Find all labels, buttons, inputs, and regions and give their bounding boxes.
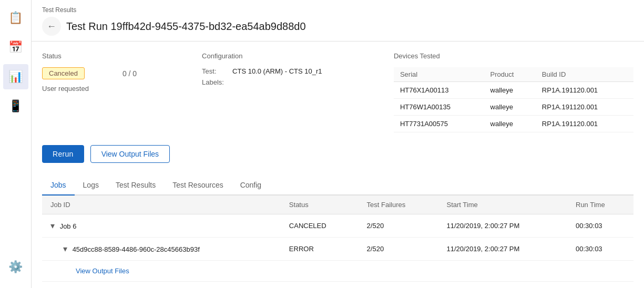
config-row-labels: Labels: xyxy=(202,78,394,86)
table-row: HT76X1A00113 walleye RP1A.191120.001 xyxy=(394,82,633,99)
content-area: Status Canceled User requested 0 / 0 Con… xyxy=(32,42,644,288)
col-start-time: Start Time xyxy=(438,196,567,214)
sub-job-id-label: 45d9cc88-8589-4486-960c-28c45663b93f xyxy=(73,245,200,253)
devices-table-header: Serial Product Build ID xyxy=(394,67,633,82)
config-title: Configuration xyxy=(202,52,394,60)
device-build-id: RP1A.191120.001 xyxy=(536,116,633,132)
chevron-down-icon[interactable]: ▾ xyxy=(50,221,55,231)
job-start-cell: 11/20/2019, 2:00:27 PM xyxy=(438,214,567,238)
sub-job-start-cell: 11/20/2019, 2:00:27 PM xyxy=(438,238,567,261)
header: Test Results ← Test Run 19ffb42d-9455-43… xyxy=(32,0,644,42)
sidebar: 📋 📅 📊 📱 ⚙️ xyxy=(0,0,32,288)
title-row: ← Test Run 19ffb42d-9455-4375-bd32-ea54a… xyxy=(42,17,633,36)
config-value-test: CTS 10.0 (ARM) - CTS 10_r1 xyxy=(232,67,322,75)
job-status-cell: CANCELED xyxy=(281,214,359,238)
breadcrumb: Test Results xyxy=(42,6,633,14)
job-id-label: Job 6 xyxy=(60,222,77,230)
calendar-icon: 📅 xyxy=(8,40,23,54)
view-output-cell: View Output Files xyxy=(42,261,633,282)
config-block: Configuration Test: CTS 10.0 (ARM) - CTS… xyxy=(202,52,394,132)
actions-row: Rerun View Output Files xyxy=(42,145,633,163)
rerun-button[interactable]: Rerun xyxy=(42,145,84,163)
progress-text: 0 / 0 xyxy=(122,67,137,78)
job-id-cell: ▾ Job 6 xyxy=(42,214,281,238)
col-build-id: Build ID xyxy=(536,67,633,82)
device-build-id: RP1A.191120.001 xyxy=(536,99,633,116)
view-output-link[interactable]: View Output Files xyxy=(76,267,129,275)
back-button[interactable]: ← xyxy=(42,17,61,36)
tab-jobs[interactable]: Jobs xyxy=(42,176,75,196)
device-serial: HT76X1A00113 xyxy=(394,82,484,99)
sub-job-id-cell: ▾ 45d9cc88-8589-4486-960c-28c45663b93f xyxy=(42,238,281,261)
config-label-labels: Labels: xyxy=(202,78,228,86)
status-title: Status xyxy=(42,52,202,60)
status-badge: Canceled xyxy=(42,67,85,79)
sidebar-item-chart[interactable]: 📊 xyxy=(3,64,28,89)
sidebar-item-settings[interactable]: ⚙️ xyxy=(3,254,28,280)
status-block: Status Canceled User requested 0 / 0 xyxy=(42,52,202,132)
col-test-failures: Test Failures xyxy=(359,196,438,214)
page-title: Test Run 19ffb42d-9455-4375-bd32-ea54ab9… xyxy=(66,20,306,33)
clipboard-icon: 📋 xyxy=(8,11,23,25)
status-sub-label: User requested xyxy=(42,85,89,92)
info-section: Status Canceled User requested 0 / 0 Con… xyxy=(42,52,633,132)
table-row: ▾ Job 6 CANCELED 2/520 11/20/2019, 2:00:… xyxy=(42,214,633,238)
device-product: walleye xyxy=(484,99,536,116)
tab-logs[interactable]: Logs xyxy=(75,176,107,196)
col-run-time: Run Time xyxy=(567,196,633,214)
status-row: Canceled User requested 0 / 0 xyxy=(42,67,202,92)
sub-job-status-cell: ERROR xyxy=(281,238,359,261)
config-label-test: Test: xyxy=(202,67,228,75)
view-output-button[interactable]: View Output Files xyxy=(90,145,170,163)
sidebar-item-calendar[interactable]: 📅 xyxy=(3,35,28,60)
col-serial: Serial xyxy=(394,67,484,82)
job-failures-cell: 2/520 xyxy=(359,214,438,238)
devices-table: Serial Product Build ID HT76X1A00113 wal… xyxy=(394,67,633,132)
job-runtime-cell: 00:30:03 xyxy=(567,214,633,238)
devices-title: Devices Tested xyxy=(394,52,633,60)
table-row: HT76W1A00135 walleye RP1A.191120.001 xyxy=(394,99,633,116)
main-content: Test Results ← Test Run 19ffb42d-9455-43… xyxy=(32,0,644,288)
tabs: Jobs Logs Test Results Test Resources Co… xyxy=(42,176,633,196)
sidebar-item-clipboard[interactable]: 📋 xyxy=(3,5,28,30)
table-row: ▾ 45d9cc88-8589-4486-960c-28c45663b93f E… xyxy=(42,238,633,261)
table-row: View Output Files xyxy=(42,261,633,282)
chevron-down-icon[interactable]: ▾ xyxy=(63,244,67,254)
tab-test-results[interactable]: Test Results xyxy=(107,176,164,196)
tab-test-resources[interactable]: Test Resources xyxy=(164,176,231,196)
sub-job-failures-cell: 2/520 xyxy=(359,238,438,261)
sidebar-item-phone[interactable]: 📱 xyxy=(3,94,28,119)
tab-config[interactable]: Config xyxy=(232,176,270,196)
col-status: Status xyxy=(281,196,359,214)
device-product: walleye xyxy=(484,82,536,99)
col-job-id: Job ID xyxy=(42,196,281,214)
settings-icon: ⚙️ xyxy=(8,260,23,274)
jobs-table-header: Job ID Status Test Failures Start Time R… xyxy=(42,196,633,214)
device-serial: HT76W1A00135 xyxy=(394,99,484,116)
sub-job-runtime-cell: 00:30:03 xyxy=(567,238,633,261)
devices-block: Devices Tested Serial Product Build ID H… xyxy=(394,52,633,132)
device-build-id: RP1A.191120.001 xyxy=(536,82,633,99)
status-detail: Canceled User requested xyxy=(42,67,89,92)
device-product: walleye xyxy=(484,116,536,132)
table-row: HT7731A00575 walleye RP1A.191120.001 xyxy=(394,116,633,132)
chart-icon: 📊 xyxy=(8,70,23,84)
config-row-test: Test: CTS 10.0 (ARM) - CTS 10_r1 xyxy=(202,67,394,75)
device-serial: HT7731A00575 xyxy=(394,116,484,132)
col-product: Product xyxy=(484,67,536,82)
jobs-table: Job ID Status Test Failures Start Time R… xyxy=(42,196,633,282)
phone-icon: 📱 xyxy=(8,99,23,113)
